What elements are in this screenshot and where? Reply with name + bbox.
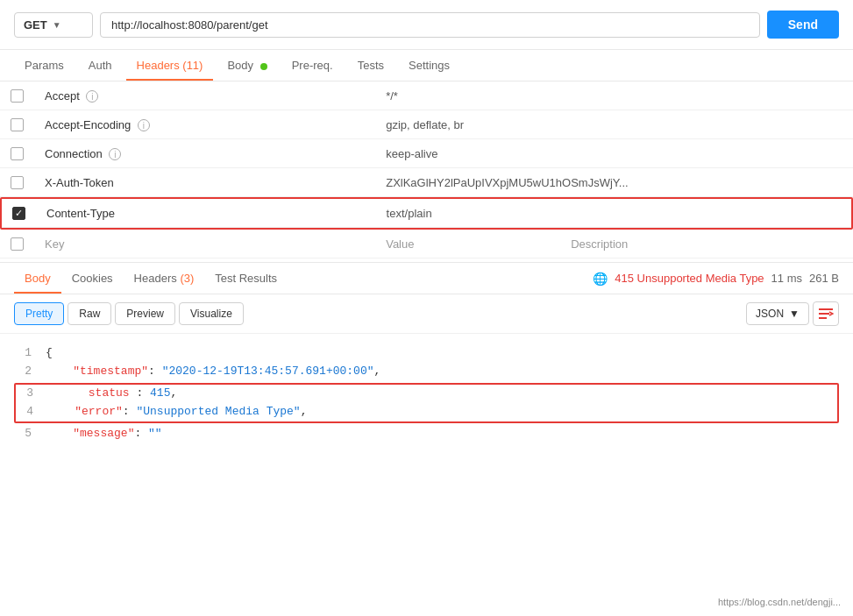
response-tab-headers[interactable]: Headers (3) [124, 263, 205, 294]
table-row-content-type: ✓ Content-Type text/plain [2, 199, 851, 228]
tab-prereq[interactable]: Pre-req. [281, 50, 344, 81]
response-time: 11 ms [771, 272, 802, 285]
line-number: 2 [14, 363, 32, 381]
code-content: "error": "Unsupported Media Type", [47, 403, 837, 421]
header-key: Connection [45, 147, 103, 160]
format-select[interactable]: JSON ▼ [746, 302, 809, 325]
url-input[interactable]: http://localhost:8080/parent/get [100, 12, 760, 38]
new-desc-placeholder: Description [571, 237, 628, 251]
table-row: Accept-Encoding i gzip, deflate, br [0, 110, 853, 139]
header-key: Accept-Encoding [45, 118, 131, 131]
info-icon[interactable]: i [109, 148, 121, 160]
checkbox-content-type[interactable]: ✓ [12, 207, 25, 220]
code-content: status : 415, [47, 385, 837, 403]
tab-params[interactable]: Params [14, 50, 75, 81]
content-type-highlight-wrapper: ✓ Content-Type text/plain [0, 197, 853, 230]
checkbox-accept[interactable] [11, 89, 24, 103]
wrap-text-icon [818, 308, 834, 320]
response-section: Body Cookies Headers (3) Test Results 🌐 … [0, 262, 853, 453]
new-header-row-table: Key Value Description [0, 230, 853, 258]
new-value-placeholder: Value [386, 237, 414, 251]
code-content: "message": "" [46, 425, 839, 443]
body-toolbar: Pretty Raw Preview Visualize JSON ▼ [0, 294, 853, 334]
url-bar: GET ▼ http://localhost:8080/parent/get S… [0, 0, 853, 50]
checkbox-accept-encoding[interactable] [11, 118, 24, 131]
checkbox-xauth[interactable] [11, 176, 24, 189]
status-badge: 415 Unsupported Media Type [615, 272, 764, 285]
tab-settings[interactable]: Settings [398, 50, 460, 81]
header-key: Content-Type [46, 207, 115, 220]
line-number: 3 [16, 385, 33, 403]
visualize-button[interactable]: Visualize [179, 302, 244, 325]
method-select[interactable]: GET ▼ [14, 12, 93, 38]
tab-body[interactable]: Body [217, 50, 277, 81]
response-status-area: 🌐 415 Unsupported Media Type 11 ms 261 B [593, 272, 839, 286]
checkbox-connection[interactable] [11, 147, 24, 160]
wrap-icon-button[interactable] [813, 301, 839, 326]
send-button[interactable]: Send [767, 11, 839, 39]
info-icon[interactable]: i [86, 90, 98, 103]
line-number: 1 [14, 344, 32, 363]
request-tabs: Params Auth Headers (11) Body Pre-req. T… [0, 50, 853, 81]
checkbox-new[interactable] [11, 237, 24, 251]
code-content: { [46, 344, 839, 363]
format-chevron-icon: ▼ [789, 308, 800, 320]
table-row: Accept i */* [0, 81, 853, 110]
content-type-table: ✓ Content-Type text/plain [2, 199, 851, 228]
header-value: ZXlKaGlHY2lPaUpIVXpjMU5wU1hOSmJsWjY... [375, 168, 818, 197]
header-value: text/plain [376, 199, 737, 228]
info-icon[interactable]: i [138, 119, 150, 131]
code-line-4: 4 "error": "Unsupported Media Type", [16, 403, 837, 421]
body-dot [260, 63, 267, 70]
new-key-placeholder: Key [45, 237, 64, 251]
response-body-code: 1 { 2 "timestamp": "2020-12-19T13:45:57.… [0, 334, 853, 453]
table-row: Connection i keep-alive [0, 139, 853, 168]
code-highlight-box: 3 status : 415, 4 "error": "Unsupported … [14, 383, 839, 423]
response-tab-cookies[interactable]: Cookies [61, 263, 124, 294]
code-line-2: 2 "timestamp": "2020-12-19T13:45:57.691+… [14, 363, 839, 381]
pretty-button[interactable]: Pretty [14, 302, 64, 325]
table-row: X-Auth-Token ZXlKaGlHY2lPaUpIVXpjMU5wU1h… [0, 168, 853, 197]
headers-table: Accept i */* Accept-Encoding i gzip, def… [0, 81, 853, 197]
line-number: 5 [14, 425, 32, 443]
tab-tests[interactable]: Tests [347, 50, 395, 81]
header-key: X-Auth-Token [45, 176, 114, 189]
response-size: 261 B [809, 272, 839, 285]
tab-headers[interactable]: Headers (11) [126, 50, 214, 81]
response-tab-body[interactable]: Body [14, 263, 61, 294]
response-tabs: Body Cookies Headers (3) Test Results 🌐 … [0, 263, 853, 294]
header-key: Accept [45, 89, 80, 103]
globe-icon: 🌐 [593, 272, 608, 286]
header-value: gzip, deflate, br [375, 110, 818, 139]
code-line-1: 1 { [14, 344, 839, 363]
line-number: 4 [16, 403, 33, 421]
tab-auth[interactable]: Auth [78, 50, 123, 81]
header-value: */* [375, 81, 818, 110]
format-label: JSON [756, 308, 784, 320]
new-header-row: Key Value Description [0, 230, 853, 258]
header-value: keep-alive [375, 139, 818, 168]
response-tab-test-results[interactable]: Test Results [204, 263, 288, 294]
method-label: GET [24, 18, 47, 32]
code-content: "timestamp": "2020-12-19T13:45:57.691+00… [46, 363, 839, 381]
chevron-down-icon: ▼ [53, 20, 61, 30]
preview-button[interactable]: Preview [115, 302, 175, 325]
code-line-5: 5 "message": "" [14, 425, 839, 443]
raw-button[interactable]: Raw [68, 302, 111, 325]
code-line-3: 3 status : 415, [16, 385, 837, 403]
